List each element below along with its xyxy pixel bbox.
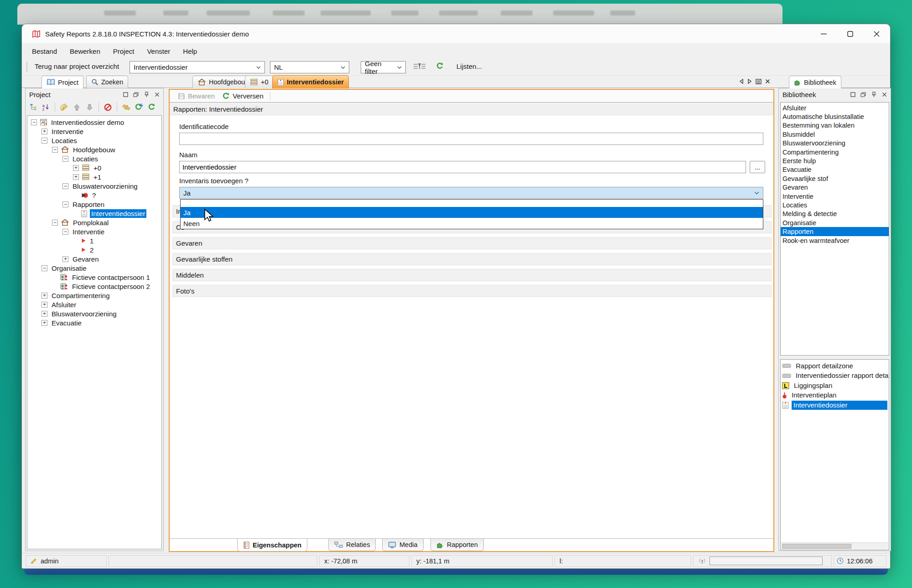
report-type-select[interactable]: Interventiedossier	[130, 61, 265, 73]
panel-pin-icon[interactable]	[869, 90, 878, 99]
library-item-eerste-hulp[interactable]: Eerste hulp	[781, 156, 889, 165]
tree-item-gevaren[interactable]: +Gevaren	[27, 254, 161, 263]
refresh-button[interactable]: Verversen	[218, 91, 267, 102]
tree-item-compartimentering[interactable]: +Compartimentering	[27, 291, 161, 300]
save-button[interactable]: Bewaren	[174, 91, 218, 102]
library-item-compartimentering[interactable]: Compartimentering	[781, 148, 889, 156]
menu-item-bewerken[interactable]: Bewerken	[63, 45, 107, 57]
library-item-automatische-blusinstallatie[interactable]: Automatische blusinstallatie	[781, 112, 889, 121]
tree-item-pomplokaal[interactable]: −Pomplokaal	[27, 218, 161, 227]
sort-alpha-icon[interactable]: az	[41, 102, 51, 113]
language-select[interactable]: NL	[270, 61, 349, 73]
tab-eigenschappen-active[interactable]: Eigenschappen	[237, 539, 307, 552]
tree-item-interventie[interactable]: −Interventie	[27, 227, 161, 236]
collapse-icon[interactable]: −	[62, 201, 68, 207]
tab-interventiedossier-active[interactable]: Interventiedossier	[272, 75, 349, 88]
section-bar-gevaren[interactable]: Gevaren	[172, 237, 772, 249]
sort-tree-icon[interactable]	[28, 102, 38, 113]
refresh-icon[interactable]	[146, 102, 157, 113]
tab-list-button[interactable]	[755, 77, 762, 85]
tree-item-hoofdgebouw[interactable]: −Hoofdgebouw	[27, 145, 161, 154]
refresh-icon[interactable]	[436, 62, 444, 70]
minimize-button[interactable]	[810, 24, 837, 43]
refresh-add-icon[interactable]	[134, 102, 144, 113]
maximize-button[interactable]	[837, 24, 863, 43]
library-item-organisatie[interactable]: Organisatie	[781, 218, 889, 227]
collapse-icon[interactable]: −	[41, 265, 47, 271]
panel-pin-icon[interactable]	[142, 90, 151, 99]
library-item-bluswatervoorziening[interactable]: Bluswatervoorziening	[781, 139, 889, 148]
tree-item-interventiedossier[interactable]: Interventiedossier	[27, 209, 161, 218]
expand-icon[interactable]: +	[73, 165, 79, 171]
swap-arrows-icon[interactable]	[121, 102, 131, 113]
zone-item-interventiedossier[interactable]: Interventiedossier	[781, 400, 889, 410]
tree-item-locaties[interactable]: −Locaties	[27, 136, 161, 145]
expand-icon[interactable]: +	[41, 129, 47, 134]
tree-item-locaties[interactable]: −Locaties	[27, 154, 161, 163]
collapse-icon[interactable]: −	[52, 147, 58, 153]
menu-item-venster[interactable]: Venster	[140, 45, 176, 57]
library-item-gevaren[interactable]: Gevaren	[781, 183, 889, 192]
tab-scroll-right-button[interactable]	[746, 77, 754, 85]
tree-item-afsluiter[interactable]: +Afsluiter	[27, 300, 161, 309]
library-item-rapporten[interactable]: Rapporten	[781, 227, 889, 236]
collapse-icon[interactable]: −	[62, 183, 68, 189]
library-item-rook-en-warmteafvoer[interactable]: Rook-en warmteafvoer	[781, 236, 889, 245]
tab-bibliotheek[interactable]: Bibliotheek	[789, 76, 841, 88]
tree-item-bluswatervoorziening[interactable]: +Bluswatervoorziening	[27, 309, 161, 318]
tree-item-organisatie[interactable]: −Organisatie	[27, 263, 161, 273]
expand-icon[interactable]: +	[73, 174, 79, 180]
library-item-afsluiter[interactable]: Afsluiter	[781, 103, 889, 112]
tree-item-evacuatie[interactable]: +Evacuatie	[27, 318, 161, 327]
tree-item-interventie[interactable]: +Interventie	[27, 127, 161, 136]
expand-icon[interactable]: +	[41, 320, 47, 326]
tab-project[interactable]: Project	[41, 76, 83, 88]
zone-item-rapport-detailzone[interactable]: Rapport detailzone	[781, 361, 889, 371]
tree-item-fictieve-contactpersoon-2[interactable]: Fictieve contactpersoon 2	[27, 282, 161, 291]
edit-labels-icon[interactable]	[59, 102, 69, 113]
tab-close-button[interactable]	[764, 77, 772, 85]
zone-item-liggingsplan[interactable]: Liggingsplan	[781, 381, 889, 391]
collapse-icon[interactable]: −	[62, 229, 68, 235]
tab-zoeken[interactable]: Zoeken	[86, 76, 128, 88]
tree-item-2[interactable]: 2	[27, 245, 161, 254]
collapse-icon[interactable]: −	[31, 119, 37, 125]
library-item-gevaarlijke-stof[interactable]: Gevaarlijke stof	[781, 174, 889, 183]
tree-item-interventiedossier-demo[interactable]: −Interventiedossier demo	[27, 118, 161, 127]
expand-icon[interactable]: +	[41, 293, 47, 299]
naam-input[interactable]	[179, 161, 746, 173]
zone-item-interventieplan[interactable]: Interventieplan	[781, 391, 889, 401]
library-item-blusmiddel[interactable]: Blusmiddel	[781, 130, 889, 139]
dropdown-option-neen[interactable]: Neen	[181, 218, 763, 229]
tab-scroll-left-button[interactable]	[737, 77, 745, 85]
lists-button[interactable]: Lijsten...	[456, 62, 482, 70]
collapse-icon[interactable]: −	[41, 138, 47, 144]
move-down-icon[interactable]	[84, 102, 95, 113]
tab-plus0[interactable]: +0	[245, 76, 274, 88]
section-bar-gevaarlijke-stoffen[interactable]: Gevaarlijke stoffen	[172, 253, 772, 265]
browse-button[interactable]: ...	[750, 161, 765, 173]
horizontal-scrollbar[interactable]	[781, 542, 888, 549]
dropdown-option-ja[interactable]: Ja	[181, 207, 763, 218]
section-bar-middelen[interactable]: Middelen	[172, 269, 772, 281]
collapse-icon[interactable]: −	[52, 220, 58, 226]
disable-icon[interactable]	[103, 102, 113, 113]
tab-media[interactable]: Media	[382, 539, 424, 551]
close-button[interactable]	[863, 24, 890, 43]
section-bar-foto-s[interactable]: Foto's	[172, 285, 772, 297]
library-item-melding-detectie[interactable]: Melding & detectie	[781, 210, 889, 218]
tree-item-0[interactable]: ++0	[27, 163, 161, 172]
panel-maximize-button[interactable]	[848, 90, 857, 99]
back-to-project-overview-button[interactable]: Terug naar project overzicht	[35, 62, 119, 70]
move-up-icon[interactable]	[72, 102, 82, 113]
identificatiecode-input[interactable]	[179, 133, 763, 145]
menu-item-project[interactable]: Project	[107, 45, 141, 57]
tree-item-item[interactable]: ?	[27, 191, 161, 200]
tree-item-1[interactable]: 1	[27, 236, 161, 245]
expand-icon[interactable]: +	[41, 311, 47, 317]
scrollbar-thumb[interactable]	[782, 544, 851, 549]
library-item-bestemming-van-lokalen[interactable]: Bestemming van lokalen	[781, 121, 889, 130]
tree-item-bluswatervoorziening[interactable]: −Bluswatervoorziening	[27, 181, 161, 191]
menu-item-help[interactable]: Help	[176, 45, 203, 57]
panel-float-button[interactable]	[859, 90, 868, 99]
